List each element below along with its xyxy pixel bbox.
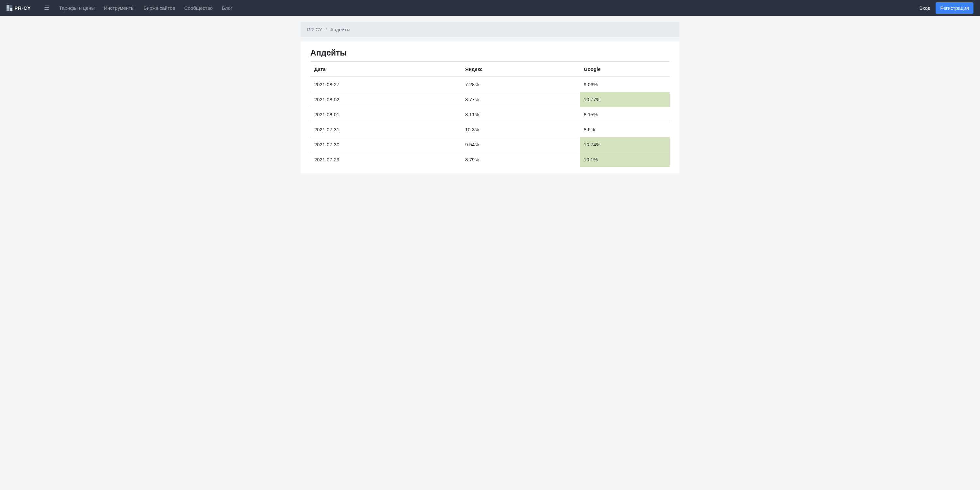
breadcrumb-current: Апдейты (330, 27, 350, 32)
main-navbar: PR·CY ☰ Тарифы и цены Инструменты Биржа … (0, 0, 980, 16)
cell-google: 10.1% (580, 152, 670, 167)
cell-date: 2021-07-29 (310, 152, 461, 167)
breadcrumb-separator: / (326, 27, 327, 32)
login-link[interactable]: Вход (919, 5, 930, 11)
th-date: Дата (310, 62, 461, 77)
cell-yandex: 8.11% (461, 107, 580, 122)
cell-date: 2021-08-27 (310, 77, 461, 92)
breadcrumb: PR-CY / Апдейты (301, 22, 679, 37)
table-row: 2021-08-028.77%10.77% (310, 92, 670, 107)
nav-right: Вход Регистрация (919, 2, 974, 14)
nav-link-tariffs[interactable]: Тарифы и цены (59, 5, 95, 11)
logo-icon (6, 5, 13, 11)
cell-google: 10.77% (580, 92, 670, 107)
page-title: Апдейты (310, 48, 670, 61)
th-yandex: Яндекс (461, 62, 580, 77)
cell-date: 2021-08-01 (310, 107, 461, 122)
table-row: 2021-08-277.28%9.06% (310, 77, 670, 92)
main-container: PR-CY / Апдейты Апдейты Дата Яндекс Goog… (301, 16, 679, 173)
cell-yandex: 7.28% (461, 77, 580, 92)
logo[interactable]: PR·CY (6, 5, 31, 11)
cell-google: 9.06% (580, 77, 670, 92)
cell-google: 8.15% (580, 107, 670, 122)
nav-link-exchange[interactable]: Биржа сайтов (144, 5, 175, 11)
th-google: Google (580, 62, 670, 77)
content-card: Апдейты Дата Яндекс Google 2021-08-277.2… (301, 41, 679, 173)
table-row: 2021-08-018.11%8.15% (310, 107, 670, 122)
breadcrumb-root[interactable]: PR-CY (307, 27, 322, 32)
nav-link-community[interactable]: Сообщество (184, 5, 213, 11)
table-row: 2021-07-3110.3%8.6% (310, 122, 670, 137)
cell-yandex: 9.54% (461, 137, 580, 152)
cell-yandex: 8.77% (461, 92, 580, 107)
table-header-row: Дата Яндекс Google (310, 62, 670, 77)
nav-link-tools[interactable]: Инструменты (104, 5, 135, 11)
cell-yandex: 10.3% (461, 122, 580, 137)
nav-link-blog[interactable]: Блог (222, 5, 232, 11)
cell-google: 10.74% (580, 137, 670, 152)
cell-date: 2021-07-30 (310, 137, 461, 152)
cell-date: 2021-07-31 (310, 122, 461, 137)
cell-yandex: 8.79% (461, 152, 580, 167)
hamburger-icon[interactable]: ☰ (44, 4, 49, 11)
cell-google: 8.6% (580, 122, 670, 137)
nav-links: Тарифы и цены Инструменты Биржа сайтов С… (59, 5, 920, 11)
table-row: 2021-07-309.54%10.74% (310, 137, 670, 152)
table-row: 2021-07-298.79%10.1% (310, 152, 670, 167)
updates-table: Дата Яндекс Google 2021-08-277.28%9.06%2… (310, 61, 670, 167)
cell-date: 2021-08-02 (310, 92, 461, 107)
logo-text: PR·CY (14, 5, 31, 11)
register-button[interactable]: Регистрация (935, 2, 974, 14)
